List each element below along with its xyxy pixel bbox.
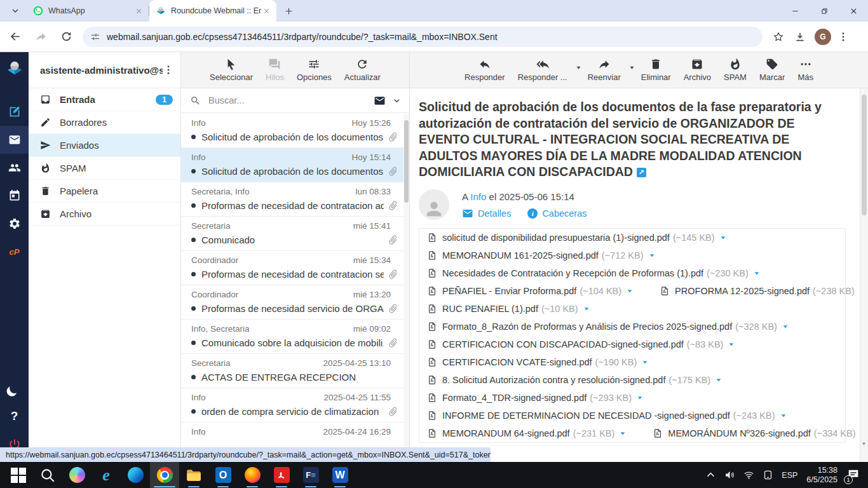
taskbar-internet-explorer-button[interactable]: e (92, 462, 121, 488)
tray-chevron-up-icon[interactable] (705, 470, 716, 480)
message-row[interactable]: Secretaria2025-04-25 13:10 ACTAS DE ENTR… (181, 354, 403, 388)
rail-help-button[interactable]: ? (0, 402, 29, 430)
details-link[interactable]: Detalles (478, 208, 511, 219)
folder-item-enviados[interactable]: Enviados (29, 134, 180, 157)
folder-item-borradores[interactable]: Borradores (29, 111, 180, 134)
search-scope-icon[interactable] (374, 95, 386, 107)
attachment-memorandum-64-signed-pdf[interactable]: MEMORANDUM 64-signed.pdf(~231 KB) (427, 428, 626, 438)
taskbar-clock[interactable]: 15:38 6/5/2025 (806, 466, 837, 485)
notification-center-button[interactable]: 1 (846, 468, 862, 483)
attachment-formato-4-tdr-signed-signed-pdf[interactable]: Formato_4_TDR-signed-signed.pdf(~293 KB) (427, 393, 643, 403)
caret-down-icon[interactable] (576, 65, 581, 71)
rail-calendar-button[interactable] (0, 182, 29, 210)
reload-button[interactable] (56, 27, 76, 47)
search-bar[interactable]: Buscar... (181, 88, 409, 113)
folder-item-entrada[interactable]: Entrada1 (29, 88, 180, 111)
attachment-solicitud-de-disponibilidad-presupuestar[interactable]: solicitud de disponibilidad presupuestar… (427, 233, 726, 243)
toolbar-button-m-s[interactable]: Más (797, 58, 813, 82)
search-input[interactable]: Buscar... (208, 95, 374, 105)
taskbar-start-button[interactable] (4, 462, 33, 488)
toolbar-button-actualizar[interactable]: Actualizar (344, 58, 381, 82)
taskbar-edge-button[interactable] (121, 462, 150, 488)
forward-button[interactable] (31, 27, 51, 47)
message-row[interactable]: Info2025-04-25 11:55 orden de compra ser… (181, 388, 403, 423)
attachment-8-solicitud-autorizaci-n-contra-y-resolu[interactable]: 8. Solicitud Autorización contra y resol… (427, 375, 722, 385)
rail-contacts-button[interactable] (0, 154, 29, 182)
message-row[interactable]: InfoHoy 15:26 Solicitud de aprobación de… (181, 114, 403, 148)
taskbar-search-button[interactable] (33, 462, 62, 488)
attachment-necesidades-de-contrataci-n-y-recepci-n-[interactable]: Necesidades de Contratación y Recepción … (427, 268, 760, 278)
chevron-down-icon[interactable] (393, 97, 400, 104)
rail-dark-mode-button[interactable] (0, 374, 29, 402)
profile-avatar[interactable]: G (815, 29, 831, 45)
rail-cpanel-button[interactable]: cP (0, 238, 29, 266)
list-scrollbar[interactable] (403, 114, 409, 462)
tab-close-button[interactable] (133, 6, 144, 16)
headers-link[interactable]: Cabeceras (542, 208, 587, 219)
attachment-memor-ndum-n-326-signed-pdf[interactable]: MEMORÁNDUM Nº326-signed.pdf(~334 KB) (653, 428, 860, 438)
tab-close-button[interactable] (261, 6, 271, 16)
taskbar-copilot-button[interactable] (62, 462, 92, 488)
rail-settings-button[interactable] (0, 210, 29, 238)
tab-whatsapp[interactable]: WhatsApp (27, 0, 149, 22)
bookmark-button[interactable] (769, 27, 788, 46)
folder-item-papelera[interactable]: Papelera (29, 180, 180, 203)
browser-menu-button[interactable] (834, 27, 853, 46)
address-bar[interactable]: webmail.sanjuan.gob.ec/cpsess4713464511/… (83, 27, 763, 47)
message-row[interactable]: Secretariamié 15:41 Comunicado (181, 217, 403, 251)
taskbar-file-explorer-button[interactable] (179, 462, 208, 488)
message-scrollbar[interactable] (860, 88, 868, 462)
back-button[interactable] (5, 27, 25, 47)
close-window-button[interactable] (839, 0, 868, 22)
account-menu-icon[interactable] (163, 64, 174, 76)
volume-icon[interactable] (724, 470, 735, 480)
attachment-certificacion-con-discapacidad-signed-si[interactable]: CERTIFICACION CON DISCAPACIDAD-signed-si… (427, 339, 735, 349)
folder-item-archivo[interactable]: Archivo (29, 203, 180, 226)
toolbar-button-archivo[interactable]: Archivo (684, 58, 711, 82)
recipient-link[interactable]: Info (470, 191, 486, 202)
toolbar-button-hilos[interactable]: Hilos (266, 58, 284, 82)
toolbar-button-responder[interactable]: Responder (465, 58, 505, 82)
taskbar-word-button[interactable]: W (325, 462, 355, 488)
new-tab-button[interactable] (280, 3, 297, 19)
attachment-certificacion-vcate-signed-pdf[interactable]: CERTIFICACION VCATE-signed.pdf(~190 KB) (427, 357, 648, 367)
attachment-informe-de-determinacion-de-necesidad-si[interactable]: INFORME DE DETERMINACION DE NECESIDAD -s… (427, 410, 787, 421)
message-row[interactable]: InfoHoy 15:14 Solicitud de aprobación de… (181, 148, 403, 182)
downloads-button[interactable] (790, 27, 810, 46)
toolbar-button-marcar[interactable]: Marcar (759, 58, 785, 82)
taskbar-fs-app-button[interactable]: F≡ (296, 462, 325, 488)
message-row[interactable]: Coordinadormié 13:20 Proformas de necesi… (181, 285, 403, 320)
toolbar-button-seleccionar[interactable]: Seleccionar (210, 58, 253, 82)
scrollbar-thumb[interactable] (404, 120, 409, 203)
attachment-ruc-penafiel-1-pdf[interactable]: RUC PENAFIEL (1).pdf(~10 KB) (427, 304, 590, 314)
toolbar-button-eliminar[interactable]: Eliminar (641, 58, 671, 82)
tab-roundcube[interactable]: Roundcube Webmail :: Enviados (149, 0, 276, 22)
scroll-down-icon[interactable] (861, 441, 867, 447)
attachment-formato-8-raz-n-de-proformas-y-an-lisis-[interactable]: Formato_8_Razón de Proformas y Análisis … (427, 322, 789, 332)
folder-item-spam[interactable]: SPAM (29, 157, 180, 180)
toolbar-button-opciones[interactable]: Opciones (297, 58, 332, 82)
attachment-pe-afiel-enviar-proforma-pdf[interactable]: PEÑAFIEL - Enviar Proforma.pdf(~104 KB) (427, 286, 633, 296)
language-indicator[interactable]: ESP (782, 471, 797, 480)
taskbar-firefox-button[interactable] (238, 462, 267, 488)
toolbar-button-spam[interactable]: SPAM (724, 58, 747, 82)
minimize-button[interactable] (780, 0, 810, 22)
taskbar-acrobat-button[interactable] (267, 462, 296, 488)
message-row[interactable]: Secretaria, Infolun 08:33 Proformas de n… (181, 182, 403, 217)
scrollbar-thumb[interactable] (862, 95, 867, 215)
rail-compose-button[interactable] (0, 98, 29, 126)
taskbar-outlook-button[interactable]: O (208, 462, 238, 488)
attachment-memorandum-161-2025-signed-pdf[interactable]: MEMORANDUM 161-2025-signed.pdf(~712 KB) (427, 250, 655, 261)
device-icon[interactable] (763, 470, 773, 480)
toolbar-button-responder[interactable]: Responder ... (518, 58, 567, 82)
open-in-new-window-icon[interactable]: ↗ (637, 168, 646, 177)
restore-button[interactable] (810, 0, 839, 22)
toolbar-button-reenviar[interactable]: Reenviar (588, 58, 621, 82)
rail-mail-button[interactable] (0, 126, 29, 154)
message-row[interactable]: Coordinadormié 15:34 Proformas de necesi… (181, 251, 403, 285)
message-row[interactable]: Info, Secretariamié 09:02 Comunicado sob… (181, 320, 403, 354)
caret-down-icon[interactable] (629, 65, 635, 71)
taskbar-chrome-button[interactable] (150, 462, 179, 488)
attachment-proforma-12-2025-signed-pdf[interactable]: PROFORMA 12-2025-signed.pdf(~238 KB) (660, 286, 860, 296)
wifi-icon[interactable] (743, 470, 754, 480)
